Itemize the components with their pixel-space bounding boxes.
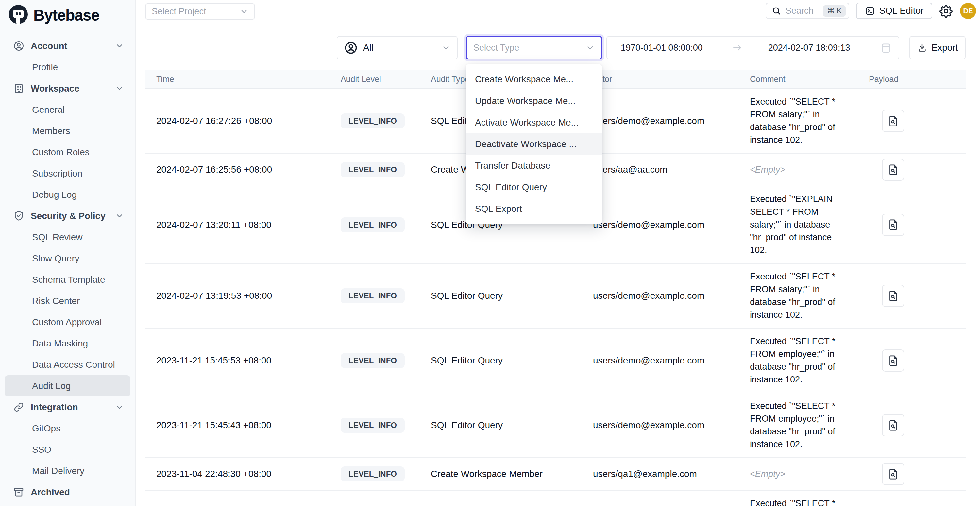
type-filter-menu: Create Workspace Me...Update Workspace M… <box>466 64 602 224</box>
sidebar-item-debug-log[interactable]: Debug Log <box>5 184 130 205</box>
sidebar-item-gitops[interactable]: GitOps <box>5 418 130 439</box>
cell-payload <box>869 214 966 236</box>
sidebar-nav: AccountProfileWorkspaceGeneralMembersCus… <box>0 35 135 503</box>
sidebar-item-custom-roles[interactable]: Custom Roles <box>5 142 130 163</box>
export-label: Export <box>932 43 958 53</box>
sidebar-item-label: Account <box>31 41 67 51</box>
sql-editor-button[interactable]: SQL Editor <box>856 3 932 19</box>
settings-gear-icon[interactable] <box>939 4 953 18</box>
avatar[interactable]: DE <box>960 3 976 19</box>
sql-editor-label: SQL Editor <box>879 6 924 16</box>
sidebar-item-sso[interactable]: SSO <box>5 439 130 460</box>
payload-view-button[interactable] <box>882 159 904 181</box>
sidebar-item-general[interactable]: General <box>5 99 130 120</box>
brand-name: Bytebase <box>33 6 99 24</box>
sidebar-item-label: Custom Approval <box>32 317 102 328</box>
sidebar-item-label: SSO <box>32 444 51 455</box>
chevron-down-icon <box>115 212 124 220</box>
sidebar-item-audit-log[interactable]: Audit Log <box>5 375 130 396</box>
project-select[interactable]: Select Project <box>145 3 255 20</box>
type-option-deactivate-workspace[interactable]: Deactivate Workspace ... <box>466 134 602 155</box>
calendar-icon[interactable] <box>880 42 892 54</box>
cell-payload <box>869 159 966 181</box>
sidebar-item-profile[interactable]: Profile <box>5 57 130 78</box>
type-option-update-workspace-me[interactable]: Update Workspace Me... <box>466 90 602 112</box>
cell-payload <box>869 110 966 132</box>
sidebar-item-label: SQL Review <box>32 232 83 243</box>
level-badge: LEVEL_INFO <box>340 288 405 303</box>
actor-filter-select[interactable]: All <box>337 36 458 59</box>
cell-time: 2023-11-21 15:45:53 +08:00 <box>145 355 340 366</box>
sidebar-item-data-access-control[interactable]: Data Access Control <box>5 354 130 375</box>
search-icon <box>772 6 781 16</box>
cell-comment: Executed `"SELECT * FROM salary;"` in da… <box>750 89 858 153</box>
project-select-placeholder: Select Project <box>152 6 206 17</box>
cell-time: 2024-02-07 16:25:56 +08:00 <box>145 164 340 175</box>
building-icon <box>13 83 24 94</box>
brand-logo[interactable]: Bytebase <box>8 4 99 26</box>
sidebar-item-sql-review[interactable]: SQL Review <box>5 226 130 248</box>
sidebar-item-workspace[interactable]: Workspace <box>5 78 130 99</box>
type-option-activate-workspace-me[interactable]: Activate Workspace Me... <box>466 112 602 134</box>
table-row: 2023-11-21 15:45:53 +08:00LEVEL_INFOSQL … <box>145 328 966 393</box>
sidebar-item-archived[interactable]: Archived <box>5 482 130 503</box>
sidebar-item-label: Subscription <box>32 168 83 179</box>
file-search-icon <box>887 164 899 176</box>
date-to-value[interactable]: 2024-02-07 18:09:13 <box>768 43 850 53</box>
cell-comment: <Empty> <box>750 461 858 487</box>
scroll-gutter <box>966 30 966 506</box>
search-input[interactable]: Search ⌘ K <box>765 3 849 19</box>
file-search-icon <box>887 290 899 302</box>
type-option-sql-export[interactable]: SQL Export <box>466 198 602 220</box>
cell-time: 2024-02-07 16:27:26 +08:00 <box>145 116 340 126</box>
sidebar-item-security-policy[interactable]: Security & Policy <box>5 205 130 226</box>
cell-audit-level: LEVEL_INFO <box>340 418 431 433</box>
sidebar-item-members[interactable]: Members <box>5 120 130 142</box>
file-search-icon <box>887 219 899 231</box>
sidebar-item-label: Risk Center <box>32 296 80 306</box>
sidebar-item-integration[interactable]: Integration <box>5 396 130 418</box>
file-search-icon <box>887 115 899 127</box>
sidebar-item-label: Security & Policy <box>31 211 106 221</box>
sidebar-item-subscription[interactable]: Subscription <box>5 163 130 184</box>
cell-actor: users/demo@example.com <box>593 116 750 126</box>
date-range-picker[interactable]: 1970-01-01 08:00:00 2024-02-07 18:09:13 <box>606 36 899 59</box>
payload-view-button[interactable] <box>882 285 904 307</box>
sidebar-item-account[interactable]: Account <box>5 35 130 57</box>
sidebar-item-risk-center[interactable]: Risk Center <box>5 290 130 312</box>
table-row: 2023-11-04 22:48:30 +08:00LEVEL_INFOCrea… <box>145 458 966 491</box>
export-button[interactable]: Export <box>909 36 966 59</box>
cell-actor: users/demo@example.com <box>593 355 750 366</box>
type-option-create-workspace-me[interactable]: Create Workspace Me... <box>466 68 602 90</box>
sidebar-item-label: Slow Query <box>32 253 80 264</box>
sidebar-item-data-masking[interactable]: Data Masking <box>5 333 130 354</box>
column-header-audit-level: Audit Level <box>340 75 431 84</box>
file-search-icon <box>887 419 899 431</box>
sidebar-item-slow-query[interactable]: Slow Query <box>5 248 130 269</box>
chevron-down-icon <box>240 7 248 16</box>
cell-actor: users/demo@example.com <box>593 291 750 301</box>
payload-view-button[interactable] <box>882 214 904 236</box>
sidebar-item-schema-template[interactable]: Schema Template <box>5 269 130 290</box>
payload-view-button[interactable] <box>882 414 904 436</box>
cell-actor: users/demo@example.com <box>593 420 750 431</box>
sidebar-item-custom-approval[interactable]: Custom Approval <box>5 312 130 333</box>
search-placeholder: Search <box>786 6 814 16</box>
sidebar-item-label: Schema Template <box>32 275 105 285</box>
cell-comment: <Empty> <box>750 157 858 183</box>
cell-time: 2023-11-04 22:48:30 +08:00 <box>145 469 340 479</box>
type-option-sql-editor-query[interactable]: SQL Editor Query <box>466 177 602 198</box>
type-option-transfer-database[interactable]: Transfer Database <box>466 155 602 177</box>
payload-view-button[interactable] <box>882 463 904 485</box>
sidebar-item-label: Members <box>32 126 70 136</box>
terminal-icon <box>865 6 875 16</box>
level-badge: LEVEL_INFO <box>340 217 405 232</box>
sidebar-item-mail-delivery[interactable]: Mail Delivery <box>5 460 130 482</box>
type-filter-select[interactable]: Select Type <box>466 36 602 59</box>
payload-view-button[interactable] <box>882 110 904 132</box>
date-from-value[interactable]: 1970-01-01 08:00:00 <box>621 43 703 53</box>
bytebase-logo-icon <box>8 4 29 26</box>
cell-comment: Executed `"EXPLAIN SELECT * FROM salary;… <box>750 186 858 263</box>
payload-view-button[interactable] <box>882 349 904 372</box>
sidebar-item-label: Workspace <box>31 83 80 94</box>
